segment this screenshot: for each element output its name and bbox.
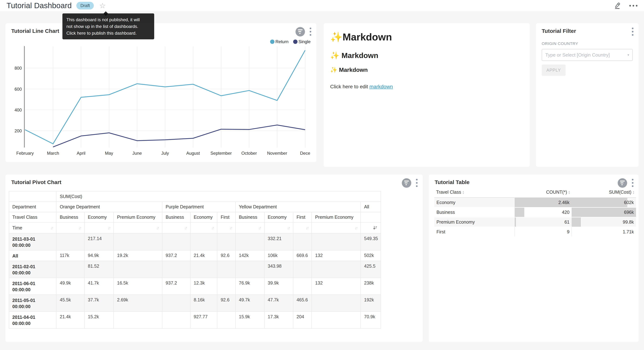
- sort-icon[interactable]: ↓↑: [287, 226, 290, 230]
- line-chart-plot[interactable]: 200400600800FebruaryMarchAprilMayJuneJul…: [6, 44, 316, 158]
- y-tick-label: 600: [14, 87, 22, 92]
- filter-indicator-icon[interactable]: [296, 27, 305, 36]
- pivot-sort-header[interactable]: ↓↑: [217, 222, 235, 234]
- dashboard-header: Tutorial Dashboard Draft ☆: [0, 0, 644, 11]
- pivot-department-header: Department: [9, 202, 56, 212]
- tooltip-line: Click here to publish this dashboard.: [66, 30, 150, 36]
- publish-tooltip: This dashboard is not published, it will…: [62, 14, 154, 39]
- pivot-value-cell: 21.4k: [190, 250, 217, 261]
- draft-badge[interactable]: Draft: [76, 2, 94, 10]
- pivot-class-header[interactable]: Economy: [84, 212, 114, 222]
- travel-class-cell: Premium Economy: [434, 217, 515, 227]
- chart-menu-kebab-icon[interactable]: [309, 27, 312, 36]
- tooltip-line: This dashboard is not published, it will: [66, 16, 150, 23]
- pencil-icon: [613, 1, 621, 9]
- pivot-sort-header[interactable]: ↓↑: [264, 222, 293, 234]
- x-tick-label: March: [47, 151, 59, 156]
- table-column-header[interactable]: COUNT(*)▴▾: [515, 187, 572, 198]
- pivot-sort-header[interactable]: ↓↑: [162, 222, 190, 234]
- sort-icon[interactable]: ↓↑: [230, 226, 232, 230]
- pivot-value-cell: 76.9k: [236, 278, 264, 295]
- pivot-sort-header[interactable]: ↓↑: [114, 222, 162, 234]
- pivot-value-cell: 94.9k: [84, 250, 114, 261]
- chart-menu-kebab-icon[interactable]: [631, 178, 634, 188]
- pivot-class-header[interactable]: First: [217, 212, 235, 222]
- markdown-card[interactable]: ✨Markdown ✨ Markdown ✨ Markdown Click he…: [324, 23, 530, 167]
- value-bar: [515, 208, 524, 217]
- pivot-value-cell: 132: [312, 278, 361, 295]
- pivot-value-cell: 669.6: [293, 250, 312, 261]
- pivot-value-cell: 19.2k: [114, 250, 162, 261]
- filter-indicator-icon[interactable]: [618, 178, 627, 188]
- pivot-sort-header[interactable]: ↓↑: [236, 222, 264, 234]
- pivot-value-cell: [114, 234, 162, 250]
- pivot-class-header[interactable]: First: [293, 212, 312, 222]
- pivot-time-header[interactable]: Time↓↑: [9, 222, 56, 234]
- pivot-sort-header-all[interactable]: [361, 222, 381, 234]
- pivot-value-cell: 204: [293, 312, 312, 328]
- sort-icon[interactable]: ↓↑: [355, 226, 357, 230]
- more-actions-ellipsis-icon[interactable]: [629, 5, 638, 6]
- pivot-sort-header[interactable]: ↓↑: [312, 222, 361, 234]
- pivot-group-header[interactable]: Orange Department: [56, 202, 162, 212]
- sort-icon[interactable]: ↓↑: [50, 226, 53, 230]
- line-chart-title: Tutorial Line Chart: [11, 28, 59, 34]
- edit-dashboard-button[interactable]: [613, 1, 621, 10]
- pivot-class-header[interactable]: Economy: [190, 212, 217, 222]
- pivot-class-header[interactable]: Premium Economy: [312, 212, 361, 222]
- apply-button[interactable]: APPLY: [542, 64, 566, 76]
- pivot-class-header[interactable]: Premium Economy: [114, 212, 162, 222]
- markdown-heading-2: ✨ Markdown: [330, 51, 523, 60]
- filter-menu-kebab-icon[interactable]: [631, 27, 634, 36]
- pivot-value-cell: 70.9k: [361, 312, 381, 328]
- pivot-class-header[interactable]: Business: [236, 212, 264, 222]
- page-title: Tutorial Dashboard: [6, 1, 72, 10]
- travel-class-table: Travel Class▴▾COUNT(*)▴▾SUM(Cost)▴▾Econo…: [434, 187, 636, 237]
- pivot-value-cell: [56, 234, 84, 250]
- pivot-sort-header[interactable]: ↓↑: [293, 222, 312, 234]
- pivot-group-header[interactable]: Purple Department: [162, 202, 236, 212]
- pivot-value-cell: 45.5k: [56, 295, 84, 312]
- sort-icon[interactable]: ↓↑: [108, 226, 110, 230]
- pivot-value-cell: 192k: [361, 295, 381, 312]
- sort-icon[interactable]: ↓↑: [258, 226, 261, 230]
- chevron-down-icon: ▾: [628, 53, 629, 57]
- sort-icon[interactable]: ↓↑: [78, 226, 81, 230]
- sort-icon[interactable]: ↓↑: [156, 226, 159, 230]
- pivot-sort-header[interactable]: ↓↑: [56, 222, 84, 234]
- pivot-value-cell: 15.9k: [236, 312, 264, 328]
- chart-menu-kebab-icon[interactable]: [415, 178, 418, 188]
- sort-icon[interactable]: ↓↑: [306, 226, 308, 230]
- pivot-value-cell: [293, 278, 312, 295]
- sort-desc-active-icon[interactable]: [373, 226, 377, 230]
- pivot-value-cell: 15.2k: [84, 312, 114, 328]
- pivot-value-cell: 92.6: [217, 250, 235, 261]
- sort-carets-icon[interactable]: ▴▾: [633, 190, 634, 194]
- markdown-edit-link[interactable]: markdown: [369, 84, 393, 90]
- sort-carets-icon[interactable]: ▴▾: [568, 190, 570, 194]
- pivot-value-cell: [312, 234, 361, 250]
- pivot-class-header[interactable]: Business: [162, 212, 190, 222]
- pivot-time-label: Time: [12, 225, 22, 230]
- pivot-corner-cell: [9, 191, 56, 202]
- pivot-value-cell: 465.6: [293, 295, 312, 312]
- favorite-star-icon[interactable]: ☆: [99, 2, 106, 9]
- pivot-group-header[interactable]: Yellow Department: [236, 202, 361, 212]
- sort-carets-icon[interactable]: ▴▾: [462, 190, 464, 194]
- pivot-class-header[interactable]: Business: [56, 212, 84, 222]
- pivot-sort-header[interactable]: ↓↑: [84, 222, 114, 234]
- sum-cell: 696k: [572, 207, 636, 217]
- pivot-chart-title: Tutorial Pivot Chart: [11, 179, 61, 185]
- pivot-sort-header[interactable]: ↓↑: [190, 222, 217, 234]
- pivot-value-cell: 12.3k: [190, 278, 217, 295]
- filter-indicator-icon[interactable]: [402, 178, 411, 188]
- table-column-header[interactable]: Travel Class▴▾: [434, 187, 515, 198]
- table-column-header[interactable]: SUM(Cost)▴▾: [572, 187, 636, 198]
- pivot-value-cell: [162, 295, 190, 312]
- origin-country-select[interactable]: Type or Select [Origin Country] ▾: [542, 49, 633, 61]
- sort-icon[interactable]: ↓↑: [211, 226, 214, 230]
- y-tick-label: 200: [14, 128, 22, 133]
- filter-card-title: Tutorial Filter: [542, 28, 576, 34]
- pivot-class-header[interactable]: Economy: [264, 212, 293, 222]
- sort-icon[interactable]: ↓↑: [184, 226, 187, 230]
